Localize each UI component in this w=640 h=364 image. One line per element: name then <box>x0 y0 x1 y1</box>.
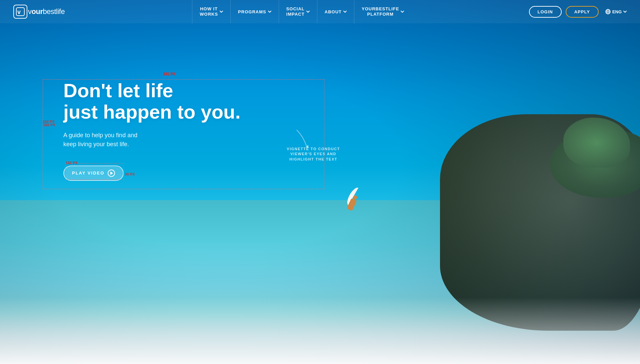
svg-text:v: v <box>17 9 21 15</box>
logo-icon: v <box>13 5 27 19</box>
navbar: v vourbestlife HOW IT WORKS PROGRAMS <box>0 0 640 23</box>
diver-silhouette <box>343 194 357 221</box>
hero-subtitle: A guide to help you find and keep living… <box>63 131 190 149</box>
nav-item-how-it-works[interactable]: HOW IT WORKS <box>192 0 231 23</box>
language-selector[interactable]: ENG <box>605 9 627 14</box>
logo-svg: v <box>16 7 25 16</box>
hero-headline: Don't let life just happen to you. <box>63 80 241 123</box>
nav-actions: LOGIN APPLY ENG <box>529 6 627 18</box>
nav-item-about[interactable]: ABOUT <box>317 0 354 23</box>
hero-cliff <box>407 98 640 331</box>
hero-section: v vourbestlife HOW IT WORKS PROGRAMS <box>0 0 640 364</box>
chevron-down-icon <box>220 11 223 13</box>
apply-button[interactable]: APPLY <box>566 6 599 18</box>
play-icon-circle <box>108 170 115 177</box>
nav-item-social-impact[interactable]: SOCIAL IMPACT <box>279 0 317 23</box>
hero-content: Don't let life just happen to you. A gui… <box>63 80 241 181</box>
play-triangle-icon <box>110 172 113 175</box>
chevron-down-icon <box>268 11 271 13</box>
chevron-down-icon <box>343 11 347 13</box>
chevron-down-icon <box>306 11 310 13</box>
chevron-down-icon <box>401 11 404 13</box>
site-logo[interactable]: v vourbestlife <box>13 5 65 19</box>
nav-item-yourbestlife-platform[interactable]: YOURBESTLIFE PLATFORM <box>354 0 411 23</box>
logo-text: vourbestlife <box>28 7 65 16</box>
cliff-shape <box>440 114 640 331</box>
language-label: ENG <box>612 9 622 14</box>
play-video-button[interactable]: PLAY VIDEO <box>63 166 124 181</box>
play-video-label: PLAY VIDEO <box>72 171 104 176</box>
chevron-down-icon <box>623 11 627 13</box>
globe-icon <box>605 9 611 14</box>
login-button[interactable]: LOGIN <box>529 6 562 18</box>
nav-item-programs[interactable]: PROGRAMS <box>231 0 279 23</box>
nav-links: HOW IT WORKS PROGRAMS SOCIAL IMPACT ABOU… <box>85 0 519 23</box>
